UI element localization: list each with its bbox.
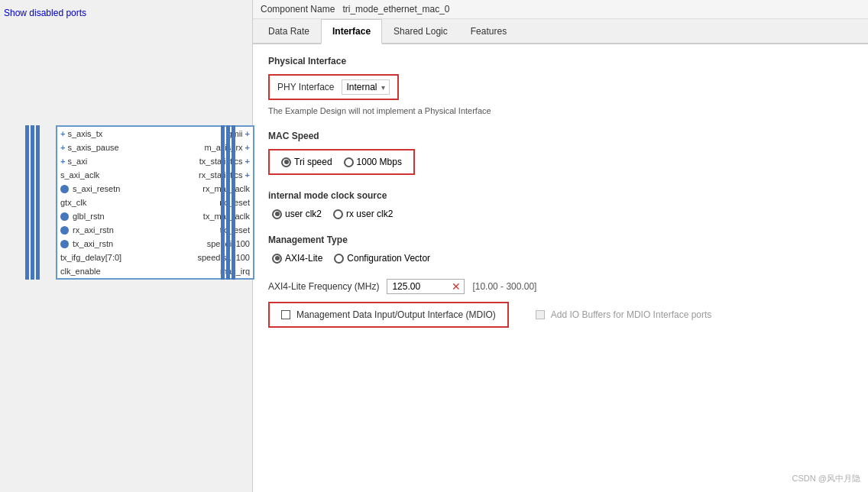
show-disabled-ports-link[interactable]: Show disabled ports — [4, 8, 248, 18]
port-name-left: tx_axi_rstn — [73, 239, 113, 248]
port-name-right: rx_reset — [219, 198, 250, 207]
table-row: glbl_rstn tx_mac_aclk — [57, 209, 253, 223]
table-row: tx_axi_rstn speedis100 — [57, 237, 253, 251]
tab-shared-logic[interactable]: Shared Logic — [382, 19, 459, 44]
tabs-bar: Data Rate Interface Shared Logic Feature… — [253, 19, 868, 44]
phy-interface-box: PHY Interface Internal ▾ — [268, 74, 399, 100]
port-name-right: tx_mac_aclk — [203, 212, 250, 221]
phy-note: The Example Design will not implement a … — [268, 106, 853, 115]
table-row: tx_ifg_delay[7:0] speedis10100 — [57, 251, 253, 264]
mac-speed-title: MAC Speed — [268, 131, 853, 141]
port-name-right: tx_statistics — [199, 157, 243, 166]
axi-freq-input[interactable]: 125.00 — [387, 280, 449, 293]
tab-features[interactable]: Features — [459, 19, 518, 44]
port-name-right: rx_mac_aclk — [202, 184, 250, 193]
component-name-label: Component Name — [261, 4, 335, 15]
clock-user-clk2-label: user clk2 — [285, 209, 322, 219]
tab-data-rate[interactable]: Data Rate — [257, 19, 321, 44]
radio-tri-speed[interactable] — [281, 157, 291, 167]
component-name-value: tri_mode_ethernet_mac_0 — [342, 4, 449, 15]
port-name-left: s_axis_tx — [67, 129, 102, 138]
port-name-right: mac_irq — [220, 267, 250, 276]
mgmt-config-vector-label: Configuration Vector — [347, 253, 430, 264]
mac-speed-option-1000[interactable]: 1000 Mbps — [344, 157, 402, 167]
port-name-left: glbl_rstn — [73, 212, 105, 221]
port-name-right: m_axis_rx — [204, 143, 242, 152]
table-row: gtx_clk rx_reset — [57, 196, 253, 209]
mdio-checkbox[interactable] — [281, 310, 290, 319]
chevron-down-icon: ▾ — [381, 83, 385, 92]
physical-interface-title: Physical Interface — [268, 56, 853, 66]
content-area: Physical Interface PHY Interface Interna… — [253, 44, 868, 492]
watermark: CSDN @风中月隐 — [792, 473, 860, 484]
plus-icon: + — [60, 157, 65, 166]
clock-source-title: internal mode clock source — [268, 190, 853, 201]
port-name-left: s_axis_pause — [67, 143, 118, 152]
management-type-row: AXI4-Lite Configuration Vector — [272, 253, 853, 264]
component-diagram-box: + s_axis_tx gmii + + s_axis_pause m_axis… — [56, 125, 254, 280]
port-name-left: s_axi_resetn — [73, 184, 120, 193]
port-name-left: s_axi_aclk — [60, 170, 99, 180]
mdio-label: Management Data Input/Output Interface (… — [296, 309, 496, 320]
clock-option-user-clk2[interactable]: user clk2 — [272, 209, 322, 219]
physical-interface-section: Physical Interface PHY Interface Interna… — [268, 56, 853, 115]
phy-interface-select[interactable]: Internal ▾ — [342, 79, 389, 95]
plus-icon: + — [245, 143, 250, 152]
plus-icon: + — [245, 129, 250, 138]
clear-icon[interactable]: ✕ — [449, 281, 464, 292]
management-type-section: Management Type AXI4-Lite Configuration … — [268, 235, 853, 264]
radio-rx-user-clk2[interactable] — [333, 209, 343, 219]
port-name-right: rx_statistics — [199, 170, 242, 180]
plus-icon: + — [245, 157, 250, 166]
table-row: + s_axis_tx gmii + — [57, 127, 253, 141]
mac-speed-box: Tri speed 1000 Mbps — [268, 149, 415, 175]
plus-icon: + — [245, 170, 250, 180]
axi-freq-label: AXI4-Lite Frequency (MHz) — [268, 281, 379, 292]
mac-speed-option-tri[interactable]: Tri speed — [281, 157, 332, 167]
table-row: s_axi_aclk rx_statistics + — [57, 168, 253, 182]
plus-icon: + — [60, 143, 65, 152]
mac-speed-1000-label: 1000 Mbps — [357, 157, 402, 167]
radio-axi4lite[interactable] — [272, 254, 282, 264]
table-row: + s_axi tx_statistics + — [57, 154, 253, 168]
port-name-right: tx_reset — [220, 225, 250, 235]
port-name-left: clk_enable — [60, 267, 101, 276]
port-name-left: tx_ifg_delay[7:0] — [60, 253, 121, 262]
table-row: clk_enable mac_irq — [57, 264, 253, 278]
mgmt-option-config-vector[interactable]: Configuration Vector — [334, 253, 430, 264]
port-name-left: rx_axi_rstn — [73, 225, 114, 235]
axi-freq-input-box: 125.00 ✕ — [387, 279, 465, 294]
table-row: s_axi_resetn rx_mac_aclk — [57, 182, 253, 196]
clock-option-rx-user-clk2[interactable]: rx user clk2 — [333, 209, 393, 219]
add-io-buffers-row: Add IO Buffers for MDIO Interface ports — [536, 309, 712, 320]
add-io-label: Add IO Buffers for MDIO Interface ports — [551, 309, 712, 320]
table-row: + s_axis_pause m_axis_rx + — [57, 141, 253, 154]
tab-interface[interactable]: Interface — [321, 19, 382, 44]
axi-freq-row: AXI4-Lite Frequency (MHz) 125.00 ✕ [10.0… — [268, 279, 853, 294]
clock-source-row: user clk2 rx user clk2 — [272, 209, 853, 219]
mac-speed-section: MAC Speed Tri speed 1000 Mbps — [268, 131, 853, 175]
port-name-left: s_axi — [67, 157, 87, 166]
mdio-box[interactable]: Management Data Input/Output Interface (… — [268, 302, 509, 328]
port-name-left: gtx_clk — [60, 198, 86, 207]
management-type-title: Management Type — [268, 235, 853, 245]
component-name-bar: Component Name tri_mode_ethernet_mac_0 — [253, 0, 868, 19]
phy-interface-label: PHY Interface — [277, 82, 334, 92]
plus-icon: + — [60, 129, 65, 138]
radio-1000mbps[interactable] — [344, 157, 354, 167]
clock-source-section: internal mode clock source user clk2 rx … — [268, 190, 853, 219]
axi-freq-range: [10.00 - 300.00] — [472, 281, 536, 292]
port-name-right: speedis10100 — [197, 253, 250, 262]
radio-config-vector[interactable] — [334, 254, 344, 264]
port-name-right: gmii — [227, 129, 242, 138]
mac-speed-tri-label: Tri speed — [294, 157, 332, 167]
phy-select-value: Internal — [346, 82, 377, 92]
port-name-right: speedis100 — [207, 239, 250, 248]
clock-rx-user-clk2-label: rx user clk2 — [346, 209, 393, 219]
table-row: rx_axi_rstn tx_reset — [57, 223, 253, 237]
mgmt-axi4lite-label: AXI4-Lite — [285, 253, 322, 264]
mgmt-option-axi4lite[interactable]: AXI4-Lite — [272, 253, 322, 264]
add-io-checkbox[interactable] — [536, 310, 545, 319]
radio-user-clk2[interactable] — [272, 209, 282, 219]
left-side-bars — [25, 125, 40, 280]
